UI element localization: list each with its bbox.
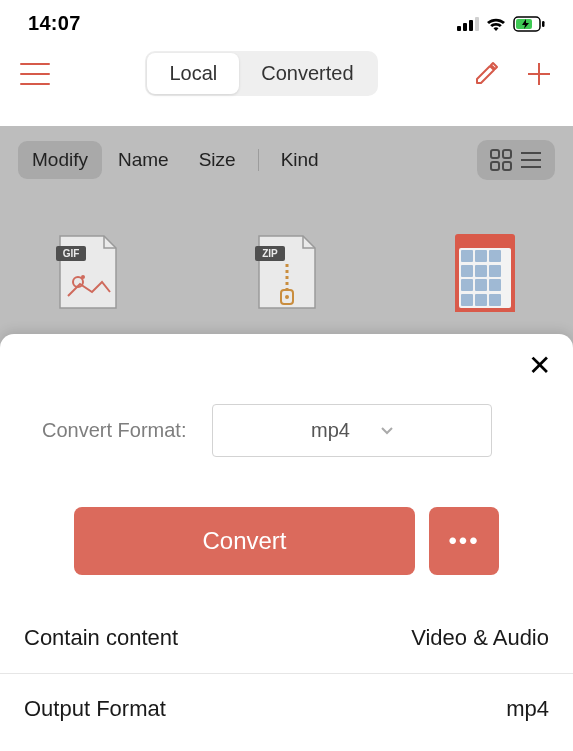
format-select[interactable]: mp4 <box>212 404 492 457</box>
svg-text:ZIP: ZIP <box>262 248 278 259</box>
svg-rect-9 <box>491 150 499 158</box>
action-buttons: Convert ••• <box>0 489 573 603</box>
convert-sheet: ✕ Convert Format: mp4 Convert ••• Contai… <box>0 334 573 751</box>
sort-kind[interactable]: Kind <box>267 141 333 179</box>
status-indicators <box>457 16 545 32</box>
battery-charging-icon <box>513 16 545 32</box>
svg-rect-3 <box>475 17 479 31</box>
tab-local[interactable]: Local <box>147 53 239 94</box>
svg-rect-1 <box>463 23 467 31</box>
grid-view-icon[interactable] <box>487 146 515 174</box>
format-select-value: mp4 <box>311 419 350 442</box>
file-grid: GIF ZIP <box>0 194 573 312</box>
sort-name[interactable]: Name <box>104 141 183 179</box>
edit-icon[interactable] <box>473 61 499 87</box>
output-format-label: Output Format <box>24 696 166 722</box>
file-item-zip[interactable]: ZIP <box>247 234 327 312</box>
zip-file-icon: ZIP <box>251 234 323 312</box>
svg-rect-2 <box>469 20 473 31</box>
image-thumbnail-icon <box>455 234 515 312</box>
add-icon[interactable] <box>525 60 553 88</box>
tab-switcher: Local Converted <box>145 51 377 96</box>
svg-rect-11 <box>491 162 499 170</box>
file-item-image[interactable] <box>445 234 525 312</box>
contain-content-row[interactable]: Contain content Video & Audio <box>0 603 573 674</box>
svg-text:GIF: GIF <box>63 248 80 259</box>
svg-point-24 <box>285 295 289 299</box>
more-button[interactable]: ••• <box>429 507 499 575</box>
sort-bar: Modify Name Size Kind <box>0 126 573 194</box>
main-toolbar: Local Converted <box>0 43 573 108</box>
wifi-icon <box>485 16 507 32</box>
contain-content-value: Video & Audio <box>411 625 549 651</box>
close-button[interactable]: ✕ <box>528 352 551 380</box>
output-format-row[interactable]: Output Format mp4 <box>0 674 573 744</box>
status-bar: 14:07 <box>0 0 573 43</box>
format-row: Convert Format: mp4 <box>0 342 573 489</box>
sort-size[interactable]: Size <box>185 141 250 179</box>
convert-button[interactable]: Convert <box>74 507 415 575</box>
status-time: 14:07 <box>28 12 81 35</box>
svg-rect-12 <box>503 162 511 170</box>
convert-format-label: Convert Format: <box>42 419 186 442</box>
contain-content-label: Contain content <box>24 625 178 651</box>
view-mode-toggle <box>477 140 555 180</box>
svg-rect-10 <box>503 150 511 158</box>
tab-converted[interactable]: Converted <box>239 53 375 94</box>
file-item-gif[interactable]: GIF <box>48 234 128 312</box>
svg-rect-6 <box>542 21 545 27</box>
sort-separator <box>258 149 259 171</box>
sort-modify[interactable]: Modify <box>18 141 102 179</box>
menu-button[interactable] <box>20 63 50 85</box>
close-icon: ✕ <box>528 350 551 381</box>
svg-point-19 <box>81 275 85 279</box>
svg-rect-0 <box>457 26 461 31</box>
gif-file-icon: GIF <box>52 234 124 312</box>
chevron-down-icon <box>380 426 394 436</box>
cellular-icon <box>457 17 479 31</box>
list-view-icon[interactable] <box>517 146 545 174</box>
output-format-value: mp4 <box>506 696 549 722</box>
